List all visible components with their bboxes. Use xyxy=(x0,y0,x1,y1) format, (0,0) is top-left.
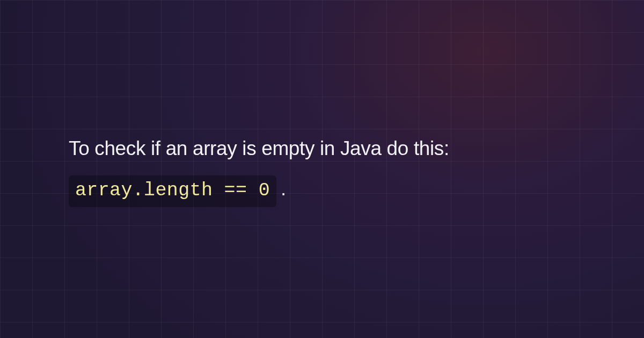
code-line: array.length == 0. xyxy=(69,175,575,207)
trailing-period: . xyxy=(281,178,286,200)
code-snippet: array.length == 0 xyxy=(69,175,276,207)
content-block: To check if an array is empty in Java do… xyxy=(69,134,575,207)
heading-text: To check if an array is empty in Java do… xyxy=(69,134,575,163)
